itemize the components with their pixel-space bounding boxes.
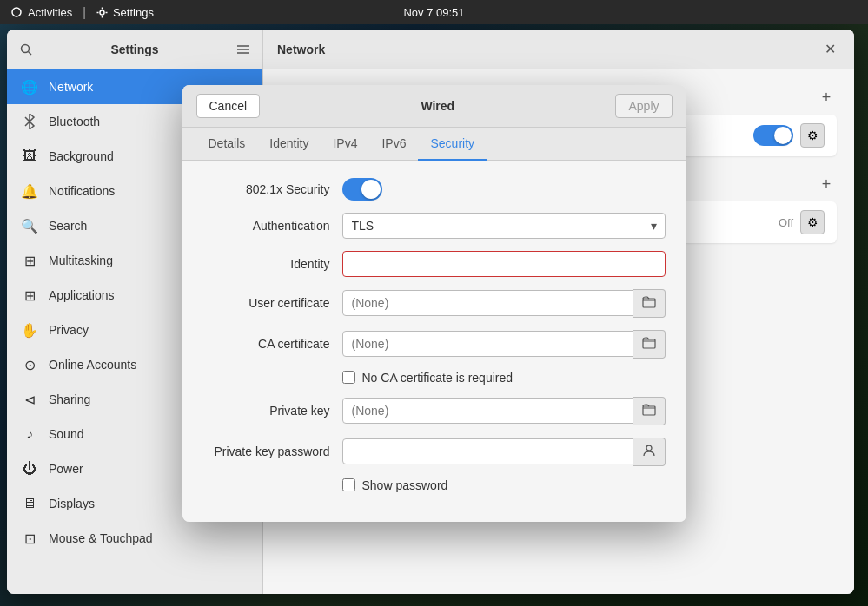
- row-802: 802.1x Security: [203, 178, 666, 201]
- private-key-browse-button[interactable]: [633, 397, 666, 425]
- identity-input-wrapper: [342, 251, 666, 277]
- row-ca-cert: CA certificate (None): [203, 330, 666, 359]
- password-visibility-button[interactable]: [633, 438, 666, 466]
- desktop: Activities | Settings Nov 7 09:51: [0, 0, 868, 606]
- auth-select-wrapper: TLS: [342, 213, 666, 239]
- modal-overlay: Cancel Wired Apply Details Identity IPv4…: [0, 0, 868, 606]
- modal-apply-button[interactable]: Apply: [615, 94, 672, 118]
- show-password-label: Show password: [362, 478, 448, 492]
- label-private-key-password: Private key password: [203, 445, 342, 458]
- modal-cancel-button[interactable]: Cancel: [196, 94, 261, 118]
- modal-tabs: Details Identity IPv4 IPv6 Security: [182, 128, 686, 161]
- label-ca-cert: CA certificate: [203, 337, 342, 351]
- no-ca-label: No CA certificate is required: [362, 371, 514, 385]
- ca-cert-browse-button[interactable]: [633, 330, 666, 359]
- svg-point-10: [646, 445, 652, 451]
- modal-body: 802.1x Security Authentication TLS: [182, 161, 686, 522]
- no-ca-checkbox[interactable]: [342, 371, 355, 384]
- tab-ipv6[interactable]: IPv6: [369, 128, 418, 161]
- row-private-key: Private key (None): [203, 397, 666, 425]
- ca-cert-value: (None): [342, 331, 633, 357]
- password-row: [342, 438, 666, 466]
- private-key-value: (None): [342, 398, 633, 424]
- ca-cert-row: (None): [342, 330, 666, 359]
- tab-ipv4[interactable]: IPv4: [321, 128, 369, 161]
- label-auth: Authentication: [203, 219, 342, 233]
- tab-security[interactable]: Security: [418, 128, 487, 161]
- row-identity: Identity: [203, 251, 666, 277]
- toggle-802-wrapper: [342, 178, 666, 201]
- show-password-checkbox[interactable]: [342, 478, 355, 491]
- folder-icon-pk: [642, 403, 656, 417]
- user-cert-browse-button[interactable]: [633, 289, 666, 318]
- row-auth: Authentication TLS: [203, 213, 666, 239]
- folder-icon: [642, 295, 656, 309]
- toggle-802[interactable]: [342, 178, 382, 201]
- tab-identity[interactable]: Identity: [257, 128, 321, 161]
- person-icon: [642, 444, 656, 458]
- row-show-password: Show password: [203, 478, 666, 492]
- label-802: 802.1x Security: [203, 182, 342, 196]
- user-cert-value: (None): [342, 290, 633, 316]
- row-private-key-password: Private key password: [203, 438, 666, 466]
- modal-title: Wired: [421, 99, 454, 113]
- user-cert-row: (None): [342, 289, 666, 318]
- label-private-key: Private key: [203, 404, 342, 418]
- wired-modal: Cancel Wired Apply Details Identity IPv4…: [182, 85, 686, 522]
- tab-details[interactable]: Details: [196, 128, 258, 161]
- row-no-ca: No CA certificate is required: [203, 371, 666, 385]
- auth-select[interactable]: TLS: [342, 213, 666, 239]
- row-user-cert: User certificate (None): [203, 289, 666, 318]
- private-key-row: (None): [342, 397, 666, 425]
- identity-input[interactable]: [342, 251, 666, 277]
- label-identity: Identity: [203, 257, 342, 271]
- folder-icon-ca: [642, 336, 656, 350]
- private-key-password-input[interactable]: [342, 438, 633, 464]
- label-user-cert: User certificate: [203, 296, 342, 310]
- modal-header: Cancel Wired Apply: [182, 85, 686, 128]
